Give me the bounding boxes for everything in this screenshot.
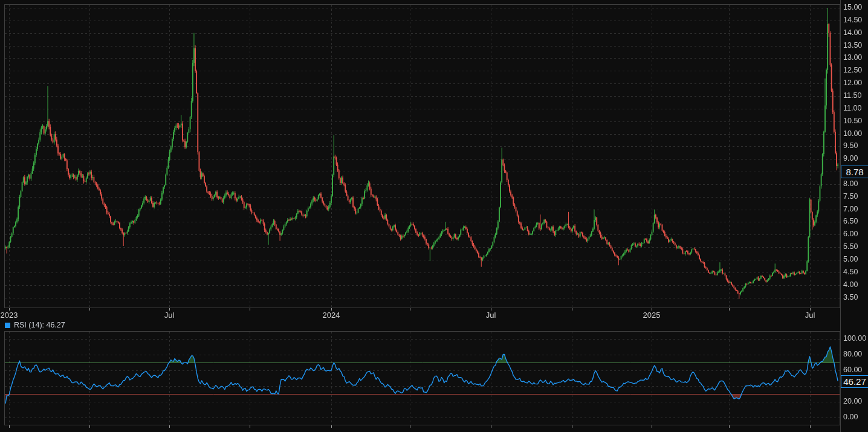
price-axis-label: 8.00 bbox=[843, 179, 858, 189]
time-axis[interactable]: 2023Jul2024Jul2025Jul bbox=[4, 308, 840, 321]
price-axis-label: 4.50 bbox=[843, 268, 858, 277]
price-axis[interactable]: 15.0014.5014.0013.5013.0012.5012.0011.50… bbox=[841, 0, 868, 321]
price-axis-label: 15.00 bbox=[843, 3, 862, 12]
rsi-pane[interactable] bbox=[4, 331, 840, 425]
price-axis-label: 10.50 bbox=[843, 117, 862, 126]
price-axis-label: 7.50 bbox=[843, 192, 858, 201]
time-axis-label: Jul bbox=[805, 311, 815, 320]
rsi-axis-label: 20.00 bbox=[843, 397, 862, 406]
rsi-axis-label: 80.00 bbox=[843, 350, 862, 359]
price-axis-label: 6.50 bbox=[843, 217, 858, 226]
rsi-axis-label: 60.00 bbox=[843, 366, 862, 375]
price-axis-label: 14.50 bbox=[843, 16, 862, 25]
time-axis-label: 2025 bbox=[643, 311, 661, 320]
price-axis-label: 5.50 bbox=[843, 242, 858, 251]
rsi-legend-label: RSI (14): 46.27 bbox=[14, 321, 65, 329]
price-axis-label: 10.00 bbox=[843, 129, 862, 138]
chart-root: 2023Jul2024Jul2025Jul 15.0014.5014.0013.… bbox=[0, 0, 868, 432]
time-axis-label: Jul bbox=[164, 311, 175, 320]
price-axis-label: 9.00 bbox=[843, 154, 858, 163]
rsi-axis-label: 0.00 bbox=[843, 413, 858, 422]
rsi-legend[interactable]: RSI (14): 46.27 bbox=[5, 321, 65, 329]
rsi-swatch-icon bbox=[5, 323, 10, 328]
price-axis-label: 6.00 bbox=[843, 230, 858, 239]
time-axis-label: Jul bbox=[486, 311, 496, 320]
price-axis-label: 14.00 bbox=[843, 28, 862, 37]
price-axis-label: 7.00 bbox=[843, 205, 858, 214]
price-axis-label: 11.00 bbox=[843, 104, 861, 113]
price-axis-label: 3.50 bbox=[843, 293, 858, 302]
rsi-axis-label: 100.00 bbox=[843, 334, 866, 343]
price-axis-label: 5.00 bbox=[843, 255, 858, 264]
time-axis-label: 2023 bbox=[1, 311, 18, 320]
last-price-badge: 8.78 bbox=[841, 166, 868, 178]
price-axis-label: 13.00 bbox=[843, 53, 862, 62]
price-axis-label: 9.50 bbox=[843, 141, 858, 150]
price-axis-label: 13.50 bbox=[843, 41, 862, 50]
time-axis-label: 2024 bbox=[323, 311, 340, 320]
price-axis-label: 12.50 bbox=[843, 66, 862, 75]
price-axis-label: 11.50 bbox=[843, 91, 861, 100]
price-axis-label: 12.00 bbox=[843, 79, 862, 88]
rsi-value-badge: 46.27 bbox=[841, 375, 868, 388]
price-axis-label: 4.00 bbox=[843, 280, 858, 289]
price-pane[interactable] bbox=[4, 4, 840, 308]
